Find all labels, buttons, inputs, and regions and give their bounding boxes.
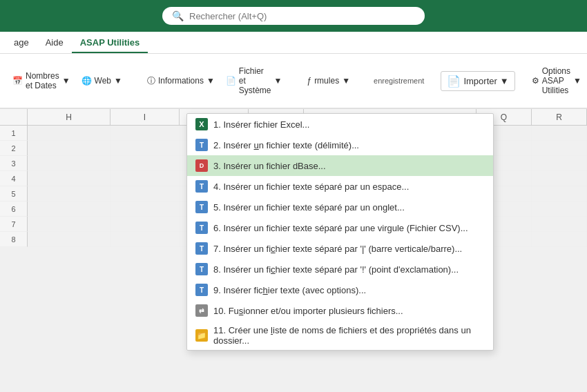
row-header-spacer <box>0 109 28 125</box>
options-button[interactable]: ⚙ Options ASAP Utilities ▼ <box>526 64 587 97</box>
nombres-icon: 📅 <box>12 76 23 86</box>
web-icon: 🌐 <box>81 76 92 86</box>
import-dropdown-menu: X 1. Insérer fichier Excel... T 2. Insér… <box>186 113 494 351</box>
col-header-i: I <box>110 109 180 125</box>
ribbon-group-info: ⓘ Informations ▼ 📄 Fichier et Système ▼ <box>140 64 289 97</box>
dropdown-item-4[interactable]: T 4. Insérer un fichier texte séparé par… <box>187 176 493 197</box>
ribbon-group-left: 📅 Nombres et Dates ▼ 🌐 Web ▼ <box>6 69 129 92</box>
formules-btn[interactable]: ƒ rmules ▼ <box>302 74 354 88</box>
tab-asap-utilities[interactable]: ASAP Utilities <box>72 33 148 53</box>
item-text-6: 6. Insérer un fichier texte séparé par u… <box>213 223 485 233</box>
dropdown-item-7[interactable]: T 7. Insérer un fichier texte séparé par… <box>187 238 493 259</box>
item-text-4: 4. Insérer un fichier texte séparé par u… <box>213 182 485 192</box>
dropdown-item-1[interactable]: X 1. Insérer fichier Excel... <box>187 114 493 135</box>
item-text-10: 10. Fusionner et/ou importer plusieurs f… <box>213 306 485 316</box>
search-input[interactable] <box>189 11 415 21</box>
dbase-icon-3: D <box>195 159 208 172</box>
text-icon-8: T <box>195 263 208 275</box>
fichier-systeme-btn[interactable]: 📄 Fichier et Système ▼ <box>222 64 287 97</box>
enregistrement-group: enregistrement <box>368 77 430 85</box>
excel-icon-1: X <box>195 118 208 130</box>
folder-icon-11: 📁 <box>195 329 208 342</box>
item-text-5: 5. Insérer un fichier texte séparé par u… <box>213 202 485 213</box>
nombres-dates-btn[interactable]: 📅 Nombres et Dates ▼ <box>8 69 75 92</box>
options-gear-icon: ⚙ <box>532 76 539 86</box>
merge-icon-10: ⇄ <box>195 304 208 317</box>
item-text-3: 3. Insérer un fichier dBase... <box>213 161 485 171</box>
item-text-7: 7. Insérer un fichier texte séparé par '… <box>213 244 485 254</box>
import-button[interactable]: 📄 Importer ▼ <box>441 71 514 91</box>
ribbon-toolbar: 📅 Nombres et Dates ▼ 🌐 Web ▼ ⓘ Informati… <box>0 54 587 109</box>
dropdown-item-2[interactable]: T 2. Insérer un fichier texte (délimité)… <box>187 135 493 155</box>
col-header-h: H <box>28 109 110 125</box>
web-btn[interactable]: 🌐 Web ▼ <box>77 74 126 88</box>
top-search-bar: 🔍 <box>0 0 587 32</box>
tab-age[interactable]: age <box>6 33 37 53</box>
ribbon-group-formules: ƒ rmules ▼ <box>300 74 357 88</box>
formules-icon: ƒ <box>307 76 311 86</box>
options-label: Options ASAP Utilities <box>542 66 570 95</box>
text-icon-7: T <box>195 242 208 255</box>
item-text-11: 11. Créer une liste de noms de fichiers … <box>213 325 485 346</box>
import-arrow: ▼ <box>500 76 509 86</box>
dropdown-item-3[interactable]: D 3. Insérer un fichier dBase... <box>187 155 493 176</box>
import-label: Importer <box>463 76 497 86</box>
dropdown-item-10[interactable]: ⇄ 10. Fusionner et/ou importer plusieurs… <box>187 300 493 321</box>
informations-label: Informations <box>158 76 204 86</box>
dropdown-item-11[interactable]: 📁 11. Créer une liste de noms de fichier… <box>187 321 493 350</box>
item-text-2: 2. Insérer un fichier texte (délimité)..… <box>213 140 485 150</box>
item-text-8: 8. Insérer un fichier texte séparé par '… <box>213 264 485 275</box>
info-arrow: ▼ <box>206 76 215 86</box>
text-icon-6: T <box>195 222 208 234</box>
item-text-9: 9. Insérer fichier texte (avec options).… <box>213 285 485 295</box>
import-doc-icon: 📄 <box>447 75 461 88</box>
ribbon-tabs-bar: age Aide ASAP Utilities <box>0 32 587 54</box>
informations-btn[interactable]: ⓘ Informations ▼ <box>143 73 219 89</box>
formules-label: rmules <box>314 76 339 86</box>
search-icon: 🔍 <box>172 10 184 21</box>
dropdown-item-6[interactable]: T 6. Insérer un fichier texte séparé par… <box>187 217 493 238</box>
fichier-arrow: ▼ <box>274 76 282 86</box>
item-text-1: 1. Insérer fichier Excel... <box>213 119 485 130</box>
search-container[interactable]: 🔍 <box>162 7 425 25</box>
fichier-label: Fichier et Système <box>239 66 271 95</box>
dropdown-item-9[interactable]: T 9. Insérer fichier texte (avec options… <box>187 280 493 300</box>
text-icon-4: T <box>195 180 208 193</box>
tab-aide[interactable]: Aide <box>37 33 72 53</box>
dropdown-item-5[interactable]: T 5. Insérer un fichier texte séparé par… <box>187 197 493 217</box>
web-arrow: ▼ <box>114 76 122 86</box>
nombres-label: Nombres et Dates <box>26 71 59 90</box>
text-icon-9: T <box>195 284 208 296</box>
dropdown-item-8[interactable]: T 8. Insérer un fichier texte séparé par… <box>187 259 493 280</box>
nombres-arrow: ▼ <box>62 76 70 86</box>
web-label: Web <box>95 76 111 86</box>
col-header-r: R <box>532 109 587 125</box>
formules-arrow: ▼ <box>342 76 350 86</box>
options-arrow: ▼ <box>573 76 581 86</box>
fichier-icon: 📄 <box>226 76 236 86</box>
enregistrement-label: enregistrement <box>374 77 424 85</box>
info-icon: ⓘ <box>147 75 155 87</box>
text-icon-2: T <box>195 139 208 151</box>
text-icon-5: T <box>195 201 208 213</box>
